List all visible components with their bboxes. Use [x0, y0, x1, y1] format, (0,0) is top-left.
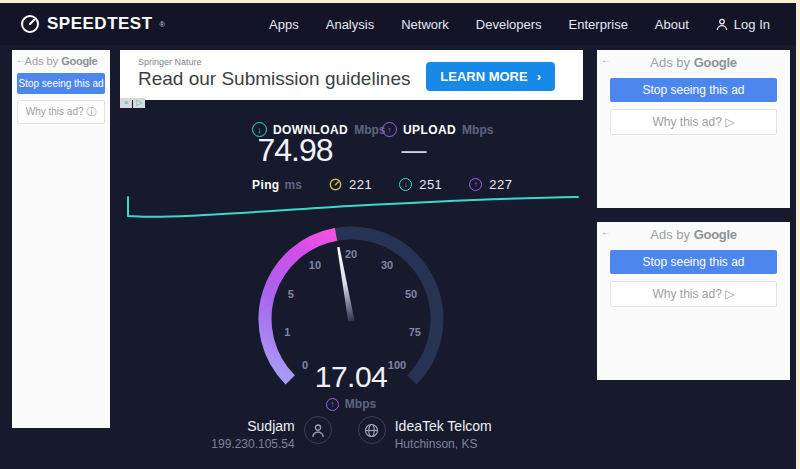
gauge-label-20: 20 [345, 248, 357, 260]
ping-idle-group: 221 [329, 177, 372, 192]
gauge-upload-icon: ↑ [326, 398, 339, 411]
why-this-ad-button[interactable]: Why this ad? ⓘ [17, 100, 105, 124]
download-value: 74.98 [250, 132, 340, 169]
gauge-unit-label: Mbps [345, 397, 376, 411]
gauge-unit-row: ↑ Mbps [241, 397, 461, 411]
ping-download-group: ↓ 251 [399, 177, 442, 192]
ad-controls: × ▷ [120, 98, 145, 108]
ads-by-label: Ads by [650, 227, 690, 242]
google-logo-text: Google [694, 227, 737, 242]
top-nav: SPEEDTEST ® Apps Analysis Network Develo… [0, 3, 796, 45]
ping-upload-icon: ↑ [469, 178, 482, 191]
left-ad-panel: ← Ads by Google Stop seeing this ad Why … [12, 50, 110, 428]
banner-advertiser: Springer Nature [138, 57, 202, 67]
banner-cta-label: LEARN MORE [440, 69, 527, 84]
nav-link-analysis[interactable]: Analysis [326, 17, 374, 32]
user-icon [716, 18, 728, 31]
ping-gauge-icon [329, 178, 342, 191]
why-this-ad-button[interactable]: Why this ad? ▷ [610, 109, 777, 135]
upload-value-pending: — [382, 136, 446, 165]
ping-upload-group: ↑ 227 [469, 177, 512, 192]
speed-graph [120, 195, 583, 223]
gauge-progress-arc [265, 234, 336, 380]
ping-download-icon: ↓ [399, 178, 412, 191]
nav-link-network[interactable]: Network [401, 17, 449, 32]
google-logo-text: Google [694, 55, 737, 70]
ads-by-label: Ads by [650, 55, 690, 70]
banner-headline: Read our Submission guidelines [138, 68, 411, 90]
ping-row: Ping ms 221 ↓ 251 ↑ 227 [252, 177, 513, 192]
gauge-label-75: 75 [409, 326, 421, 338]
ad-back-arrow-icon[interactable]: ← [601, 226, 611, 237]
ping-upload-value: 227 [489, 177, 512, 192]
ping-unit: ms [285, 178, 302, 192]
isp-user-icon [304, 416, 332, 444]
stop-seeing-ad-button[interactable]: Stop seeing this ad [17, 73, 105, 94]
nav-login-label: Log In [734, 17, 770, 32]
gauge-label-10: 10 [309, 259, 321, 271]
right-ad-1-header: ← Ads by Google [597, 50, 790, 70]
ads-by-label: Ads by [25, 55, 59, 67]
adchoices-icon[interactable]: ▷ [133, 98, 145, 108]
chevron-right-icon: › [537, 69, 541, 84]
server-globe-icon [358, 416, 386, 444]
upload-unit: Mbps [462, 123, 493, 137]
nav-links: Apps Analysis Network Developers Enterpr… [269, 17, 770, 32]
server-group: IdeaTek Telcom Hutchinson, KS [358, 416, 492, 451]
isp-group: Sudjam 199.230.105.54 [211, 416, 331, 451]
banner-learn-more-button[interactable]: LEARN MORE › [426, 62, 555, 91]
nav-link-apps[interactable]: Apps [269, 17, 299, 32]
gauge-label-1: 1 [284, 326, 290, 338]
nav-link-enterprise[interactable]: Enterprise [569, 17, 628, 32]
upload-arrow-icon: ↑ [382, 122, 397, 137]
ad-back-arrow-icon[interactable]: ← [16, 54, 26, 65]
ad-close-icon[interactable]: × [120, 98, 132, 108]
left-ad-header: ← Ads by Google [12, 50, 110, 67]
right-ad-panel-2: ← Ads by Google Stop seeing this ad Why … [597, 222, 790, 380]
ip-address: 199.230.105.54 [211, 437, 294, 451]
stop-seeing-ad-button[interactable]: Stop seeing this ad [610, 250, 777, 274]
connection-info: Sudjam 199.230.105.54 IdeaTek Telcom [120, 416, 583, 451]
gauge-label-30: 30 [381, 259, 393, 271]
download-unit: Mbps [354, 123, 385, 137]
speedtest-page: SPEEDTEST ® Apps Analysis Network Develo… [0, 0, 800, 469]
ad-back-arrow-icon[interactable]: ← [601, 54, 611, 65]
ping-label: Ping [252, 178, 280, 192]
speedtest-logo[interactable]: SPEEDTEST ® [20, 14, 165, 34]
upload-label: UPLOAD [403, 123, 456, 137]
ping-idle-value: 221 [349, 177, 372, 192]
google-logo-text: Google [61, 55, 97, 67]
why-this-ad-button[interactable]: Why this ad? ▷ [610, 281, 777, 307]
logo-trademark: ® [160, 21, 165, 28]
nav-link-developers[interactable]: Developers [476, 17, 542, 32]
gauge-current-value: 17.04 [241, 360, 461, 394]
gauge-label-5: 5 [288, 288, 294, 300]
ping-download-value: 251 [419, 177, 442, 192]
stop-seeing-ad-button[interactable]: Stop seeing this ad [610, 78, 777, 102]
nav-login-button[interactable]: Log In [716, 17, 770, 32]
server-name: IdeaTek Telcom [395, 418, 492, 434]
gauge-label-50: 50 [405, 288, 417, 300]
isp-name: Sudjam [247, 418, 294, 434]
logo-text: SPEEDTEST [47, 14, 153, 34]
upload-header: ↑ UPLOAD Mbps [382, 122, 493, 137]
nav-link-about[interactable]: About [655, 17, 689, 32]
banner-ad[interactable]: Springer Nature Read our Submission guid… [120, 50, 583, 100]
server-location: Hutchinson, KS [395, 437, 492, 451]
right-ad-panel-1: ← Ads by Google Stop seeing this ad Why … [597, 50, 790, 208]
speedometer-logo-icon [20, 14, 40, 34]
right-ad-2-header: ← Ads by Google [597, 222, 790, 242]
